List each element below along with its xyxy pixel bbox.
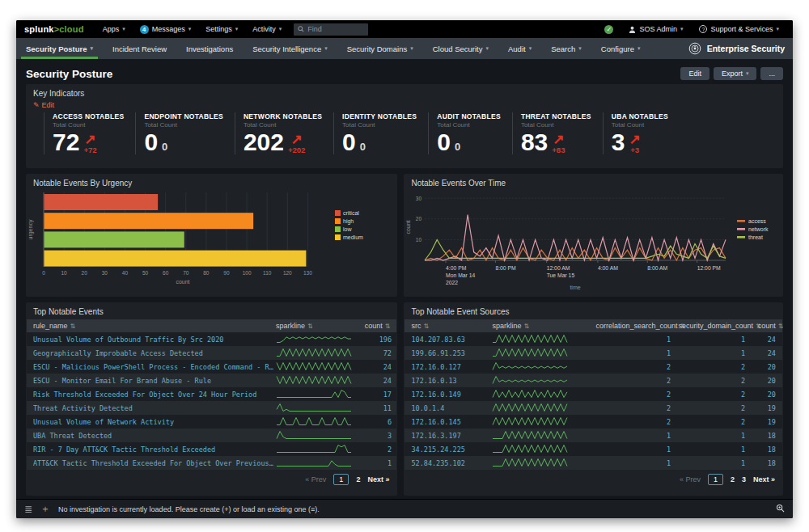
pager-prev[interactable]: « Prev (305, 475, 326, 483)
cell-count[interactable]: 1 (595, 336, 671, 344)
cell-count[interactable]: 20 (745, 363, 776, 371)
investigation-zoom-icon[interactable] (776, 504, 785, 514)
pager-next[interactable]: Next » (753, 475, 775, 483)
pager-page-3[interactable]: 3 (742, 475, 746, 483)
cell-link[interactable]: Geographically Improbable Access Detecte… (33, 349, 276, 357)
more-button[interactable]: ... (760, 67, 783, 80)
cell-link[interactable]: 104.207.83.63 (411, 336, 492, 344)
cell-count[interactable]: 196 (353, 336, 392, 344)
key-indicator-threat-notables[interactable]: THREAT NOTABLESTotal Count83↗+83 (512, 112, 603, 154)
cell-count[interactable]: 1 (353, 459, 392, 467)
column-header-src[interactable]: src⇅ (411, 322, 492, 330)
column-header-count[interactable]: count⇅ (752, 322, 783, 330)
cell-link[interactable]: Risk Threshold Exceeded For Object Over … (33, 391, 276, 399)
nav-tab-incident-review[interactable]: Incident Review (103, 38, 176, 59)
cell-link[interactable]: 10.0.1.4 (411, 404, 492, 412)
cell-link[interactable]: ESCU - Malicious PowerShell Process - En… (33, 363, 276, 371)
pager-prev[interactable]: « Prev (680, 475, 701, 483)
urgency-bar-chart[interactable]: 0102030405060708090100110120130counturge… (26, 189, 392, 291)
cell-count[interactable]: 72 (353, 349, 392, 357)
cell-count[interactable]: 2 (671, 391, 745, 399)
key-indicators-edit-link[interactable]: ✎ Edit (26, 99, 783, 111)
cell-count[interactable]: 24 (745, 349, 776, 357)
cell-count[interactable]: 3 (353, 432, 392, 440)
nav-tab-audit[interactable]: Audit▾ (498, 38, 541, 59)
nav-tab-configure[interactable]: Configure▾ (591, 38, 650, 59)
overtime-line-chart[interactable]: 1020304:00 PMMon Mar 1420228:00 PM12:00 … (404, 189, 777, 293)
pager-next[interactable]: Next » (367, 475, 389, 483)
nav-tab-security-intelligence[interactable]: Security Intelligence▾ (243, 38, 337, 59)
cell-count[interactable]: 11 (353, 404, 392, 412)
key-indicator-uba-notables[interactable]: UBA NOTABLESTotal Count3↗+3 (603, 112, 680, 154)
topbar-menu-messages[interactable]: 4Messages▾ (133, 20, 199, 38)
cell-link[interactable]: Threat Activity Detected (33, 404, 276, 412)
column-header-security_domain_count[interactable]: security_domain_count⇅ (678, 322, 752, 330)
topbar-menu-apps[interactable]: Apps▾ (95, 20, 133, 38)
column-header-sparkline[interactable]: sparkline⇅ (276, 322, 351, 330)
column-header-sparkline[interactable]: sparkline⇅ (492, 322, 595, 330)
key-indicator-access-notables[interactable]: ACCESS NOTABLESTotal Count72↗+72 (44, 112, 135, 154)
cell-count[interactable]: 2 (353, 445, 392, 454)
topbar-menu-activity[interactable]: Activity▾ (245, 20, 289, 38)
cell-link[interactable]: 199.66.91.253 (411, 349, 492, 357)
cell-count[interactable]: 24 (745, 336, 776, 344)
cell-count[interactable]: 18 (745, 459, 776, 467)
pager-page-1[interactable]: 1 (708, 474, 723, 485)
cell-link[interactable]: 52.84.235.102 (411, 459, 492, 467)
cell-count[interactable]: 19 (745, 404, 776, 412)
cell-count[interactable]: 24 (353, 363, 392, 371)
cell-count[interactable]: 6 (353, 418, 392, 426)
cell-count[interactable]: 2 (595, 404, 671, 412)
cell-link[interactable]: ESCU - Monitor Email For Brand Abuse - R… (33, 377, 276, 385)
cell-link[interactable]: 172.16.0.149 (411, 391, 492, 399)
user-menu[interactable]: SOS Admin▾ (621, 25, 690, 33)
cell-count[interactable]: 2 (671, 404, 745, 412)
cell-count[interactable]: 2 (671, 377, 745, 385)
column-header-correlation_search_count[interactable]: correlation_search_count⇅ (595, 322, 678, 330)
export-button[interactable]: Export▾ (714, 67, 757, 80)
cell-count[interactable]: 1 (671, 349, 745, 357)
cell-count[interactable]: 18 (745, 445, 776, 454)
cell-count[interactable]: 2 (671, 363, 745, 371)
splunk-cloud-logo[interactable]: splunk>cloud (24, 24, 84, 34)
column-header-rule_name[interactable]: rule_name⇅ (33, 322, 276, 330)
cell-link[interactable]: RIR - 7 Day ATT&CK Tactic Threshold Exce… (33, 445, 276, 454)
cell-count[interactable]: 20 (745, 391, 776, 399)
cell-link[interactable]: Unusual Volume of Network Activity (33, 418, 276, 426)
cell-count[interactable]: 1 (595, 445, 671, 454)
cell-count[interactable]: 19 (745, 418, 776, 426)
cell-count[interactable]: 1 (671, 432, 745, 440)
cell-count[interactable]: 2 (595, 363, 671, 371)
cell-link[interactable]: 172.16.0.127 (411, 363, 492, 371)
cell-link[interactable]: 172.16.0.13 (411, 377, 492, 385)
key-indicator-network-notables[interactable]: NETWORK NOTABLESTotal Count202↗+202 (235, 112, 333, 154)
cell-link[interactable]: ATT&CK Tactic Threshold Exceeded For Obj… (33, 459, 276, 467)
nav-tab-security-domains[interactable]: Security Domains▾ (337, 38, 423, 59)
cell-link[interactable]: Unusual Volume of Outbound Traffic By Sr… (33, 336, 276, 344)
cell-link[interactable]: 172.16.3.197 (411, 432, 492, 440)
investigation-list-icon[interactable]: ≣ (24, 504, 32, 515)
support-menu[interactable]: ? Support & Services▾ (692, 25, 786, 33)
cell-count[interactable]: 1 (595, 432, 671, 440)
cell-count[interactable]: 1 (671, 445, 745, 454)
cell-count[interactable]: 20 (745, 377, 776, 385)
cell-count[interactable]: 2 (595, 391, 671, 399)
find-search-input[interactable]: Find (294, 23, 368, 36)
key-indicator-audit-notables[interactable]: AUDIT NOTABLESTotal Count00 (428, 112, 512, 154)
cell-count[interactable]: 1 (595, 459, 671, 467)
cell-count[interactable]: 1 (671, 459, 745, 467)
topbar-menu-settings[interactable]: Settings▾ (198, 20, 245, 38)
health-check-icon[interactable]: ✓ (604, 25, 613, 34)
cell-link[interactable]: UBA Threat Detected (33, 432, 276, 440)
cell-count[interactable]: 17 (353, 391, 392, 399)
edit-button[interactable]: Edit (680, 67, 709, 80)
cell-count[interactable]: 1 (595, 349, 671, 357)
cell-link[interactable]: 34.215.24.225 (411, 445, 492, 454)
pager-page-1[interactable]: 1 (333, 474, 349, 485)
nav-tab-investigations[interactable]: Investigations (176, 38, 243, 59)
cell-count[interactable]: 2 (595, 418, 671, 426)
cell-count[interactable]: 2 (671, 418, 745, 426)
column-header-count[interactable]: count⇅ (351, 322, 390, 330)
nav-tab-cloud-security[interactable]: Cloud Security▾ (423, 38, 498, 59)
key-indicator-identity-notables[interactable]: IDENTITY NOTABLESTotal Count00 (333, 112, 428, 154)
